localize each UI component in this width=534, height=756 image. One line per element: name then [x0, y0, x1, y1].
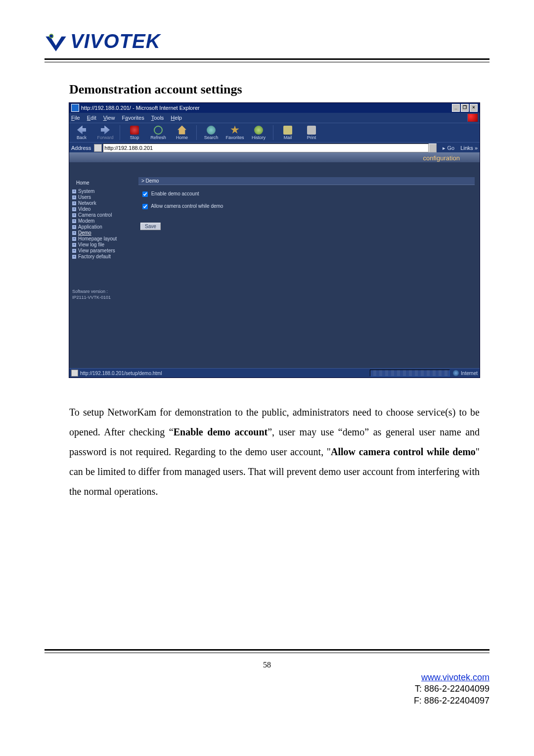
- history-icon: [254, 126, 263, 135]
- footer-tel: T: 886-2-22404099: [415, 684, 490, 694]
- menu-view[interactable]: View: [103, 115, 115, 121]
- menu-bar: File Edit View Favorites Tools Help: [69, 113, 480, 123]
- history-button[interactable]: History: [248, 126, 269, 140]
- close-button[interactable]: ×: [470, 104, 478, 112]
- refresh-icon: [154, 126, 163, 135]
- software-version: Software version : IP2111-VVTK-0101: [72, 289, 132, 300]
- refresh-button[interactable]: Refresh: [148, 126, 169, 140]
- footer-rule: [44, 649, 490, 653]
- status-progress: [370, 370, 450, 377]
- sidebar-item-homepage-layout[interactable]: +Homepage layout: [72, 236, 132, 241]
- maximize-button[interactable]: ❐: [461, 104, 469, 112]
- page-number: 58: [0, 661, 534, 669]
- vivotek-mark-icon: [44, 30, 67, 52]
- links-button[interactable]: Links »: [460, 145, 478, 151]
- menu-favorites[interactable]: Favorites: [122, 115, 144, 121]
- config-main: > Demo Enable demo account Allow camera …: [134, 162, 480, 369]
- allow-camera-control-option[interactable]: Allow camera control while demo: [140, 202, 473, 211]
- status-url: http://192.188.0.201/setup/demo.html: [80, 371, 367, 376]
- sidebar-item-modem[interactable]: +Modem: [72, 218, 132, 224]
- print-icon: [307, 126, 316, 135]
- status-bar: http://192.188.0.201/setup/demo.html Int…: [69, 368, 480, 378]
- save-button[interactable]: Save: [140, 223, 161, 230]
- sidebar-home[interactable]: Home: [72, 180, 132, 186]
- go-button[interactable]: ▸ Go: [443, 145, 454, 151]
- brand-logo: VIVOTEK: [44, 30, 490, 52]
- window-titlebar: http://192.188.0.201/ - Microsoft Intern…: [69, 103, 480, 113]
- forward-button[interactable]: Forward: [95, 126, 116, 140]
- config-sidebar: Home +System +Users +Network +Video +Cam…: [69, 162, 134, 369]
- sidebar-item-view-log-file[interactable]: +View log file: [72, 242, 132, 247]
- favorites-button[interactable]: Favorites: [224, 126, 245, 140]
- internet-zone-icon: [453, 370, 459, 376]
- favorites-icon: [230, 126, 239, 135]
- sidebar-item-network[interactable]: +Network: [72, 200, 132, 206]
- address-bar: Address ▸ Go Links »: [69, 142, 480, 153]
- sidebar-item-video[interactable]: +Video: [72, 206, 132, 212]
- search-icon: [207, 126, 216, 135]
- menu-file[interactable]: File: [71, 115, 80, 121]
- svg-rect-1: [50, 35, 53, 38]
- footer-fax: F: 886-2-22404097: [414, 696, 490, 706]
- sidebar-item-system[interactable]: +System: [72, 189, 132, 194]
- page-footer: www.vivotek.com T: 886-2-22404099 F: 886…: [414, 672, 490, 707]
- print-button[interactable]: Print: [301, 126, 322, 140]
- stop-button[interactable]: Stop: [124, 126, 145, 140]
- header-rule: [44, 58, 490, 62]
- section-heading: Demonstration account settings: [69, 82, 490, 97]
- enable-demo-checkbox[interactable]: [142, 191, 148, 197]
- address-label: Address: [71, 145, 91, 151]
- sidebar-item-demo[interactable]: +Demo: [72, 230, 132, 236]
- menu-help[interactable]: Help: [171, 115, 182, 121]
- allow-camera-control-checkbox[interactable]: [142, 204, 148, 209]
- mail-icon: [283, 126, 292, 135]
- description-paragraph: To setup NetworKam for demonstration to …: [69, 402, 480, 501]
- address-dropdown[interactable]: [429, 143, 437, 152]
- sidebar-item-factory-default[interactable]: +Factory default: [72, 254, 132, 259]
- home-icon: [178, 126, 186, 135]
- status-page-icon: [71, 370, 78, 377]
- brand-name: VIVOTEK: [70, 30, 161, 52]
- panel-header: > Demo: [138, 177, 475, 185]
- menu-edit[interactable]: Edit: [87, 115, 96, 121]
- enable-demo-option[interactable]: Enable demo account: [140, 190, 473, 198]
- back-button[interactable]: Back: [71, 126, 92, 140]
- window-title: http://192.188.0.201/ - Microsoft Intern…: [81, 105, 452, 111]
- minimize-button[interactable]: _: [452, 104, 460, 112]
- sidebar-item-application[interactable]: +Application: [72, 224, 132, 230]
- search-button[interactable]: Search: [201, 126, 222, 140]
- forward-icon: [101, 126, 110, 135]
- mail-button[interactable]: Mail: [277, 126, 298, 140]
- menu-tools[interactable]: Tools: [151, 115, 164, 121]
- home-button[interactable]: Home: [172, 126, 192, 140]
- address-input[interactable]: [103, 143, 429, 152]
- ie-throbber-icon: [467, 114, 478, 122]
- status-zone: Internet: [453, 370, 478, 376]
- back-icon: [77, 126, 86, 135]
- footer-link[interactable]: www.vivotek.com: [421, 672, 490, 682]
- page-icon: [94, 144, 102, 152]
- toolbar: Back Forward Stop Refresh Home Search Fa…: [69, 123, 480, 142]
- ie-window: http://192.188.0.201/ - Microsoft Intern…: [69, 103, 480, 378]
- stop-icon: [130, 126, 139, 135]
- sidebar-item-view-parameters[interactable]: +View parameters: [72, 248, 132, 253]
- sidebar-item-users[interactable]: +Users: [72, 194, 132, 200]
- ie-icon: [71, 104, 79, 112]
- sidebar-item-camera-control[interactable]: +Camera control: [72, 212, 132, 218]
